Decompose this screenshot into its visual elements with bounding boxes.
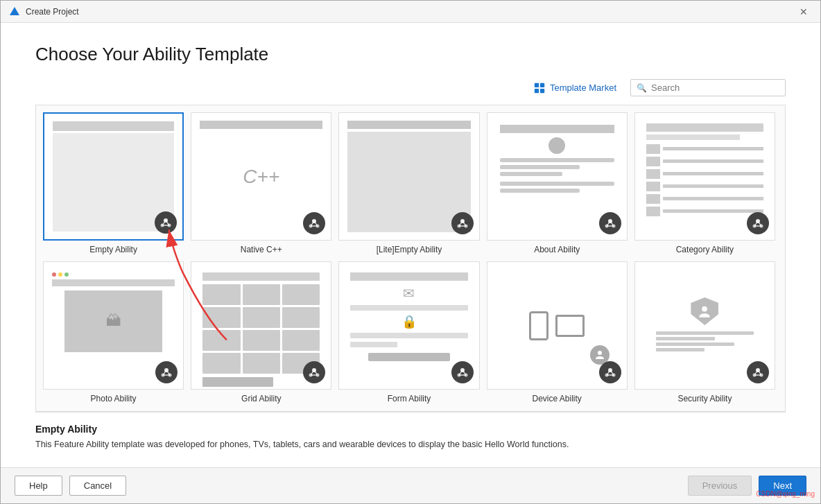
search-input[interactable] bbox=[651, 82, 779, 93]
svg-rect-2 bbox=[540, 82, 544, 87]
close-button[interactable]: ✕ bbox=[795, 5, 812, 19]
template-label-about: About Ability bbox=[534, 245, 580, 254]
template-card-category[interactable]: Category Ability bbox=[634, 112, 775, 254]
templates-area[interactable]: Empty Ability C++ bbox=[35, 105, 786, 412]
description-title: Empty Ability bbox=[35, 424, 786, 435]
cancel-button[interactable]: Cancel bbox=[69, 476, 126, 496]
template-card-native-cpp[interactable]: C++ Nati bbox=[191, 112, 331, 254]
template-card-inner-category[interactable] bbox=[634, 112, 775, 241]
svg-rect-1 bbox=[535, 82, 539, 87]
shield-shape bbox=[691, 297, 718, 325]
harmony-icon-lite bbox=[456, 217, 469, 229]
dot-red bbox=[52, 272, 56, 277]
harmony-icon bbox=[159, 216, 172, 229]
template-card-about[interactable]: About Ability bbox=[487, 112, 628, 254]
about-avatar-circle bbox=[548, 137, 565, 154]
next-button[interactable]: Next bbox=[759, 476, 806, 496]
app-icon bbox=[9, 6, 20, 17]
title-bar: Create Project ✕ bbox=[1, 1, 820, 23]
template-card-inner-about[interactable] bbox=[487, 112, 628, 241]
user-icon bbox=[594, 349, 605, 360]
footer-right: Previous Next bbox=[688, 476, 806, 496]
template-card-inner-device[interactable] bbox=[487, 261, 628, 390]
card-badge-about bbox=[599, 212, 621, 234]
footer-left: Help Cancel bbox=[15, 476, 126, 496]
window-title: Create Project bbox=[26, 7, 79, 17]
template-card-inner-photo[interactable]: 🏔 bbox=[43, 261, 184, 390]
harmony-icon-about bbox=[604, 217, 616, 229]
shield-lines bbox=[656, 329, 754, 354]
title-bar-left: Create Project bbox=[9, 6, 79, 17]
template-market-button[interactable]: Template Market bbox=[533, 82, 616, 94]
svg-point-53 bbox=[598, 351, 602, 355]
template-card-inner-grid[interactable] bbox=[191, 261, 331, 390]
search-box[interactable]: 🔍 bbox=[630, 79, 786, 96]
template-market-label: Template Market bbox=[550, 82, 616, 93]
card-badge-empty bbox=[155, 211, 177, 234]
svg-rect-3 bbox=[535, 88, 539, 92]
harmony-icon-security bbox=[752, 366, 764, 379]
main-window: Create Project ✕ Choose Your Ability Tem… bbox=[0, 0, 821, 504]
svg-marker-0 bbox=[10, 7, 19, 15]
template-card-inner-form[interactable]: ✉ 🔒 bbox=[338, 261, 479, 390]
main-content: Choose Your Ability Template Template Ma… bbox=[1, 23, 820, 467]
about-mockup bbox=[496, 121, 619, 232]
template-label-empty: Empty Ability bbox=[89, 245, 137, 254]
templates-grid: Empty Ability C++ bbox=[43, 112, 778, 403]
template-card-security[interactable]: Security Ability bbox=[634, 261, 775, 403]
empty-ability-mockup bbox=[53, 121, 174, 232]
previous-button: Previous bbox=[688, 476, 752, 496]
shield-user-icon bbox=[697, 304, 712, 319]
template-card-photo[interactable]: 🏔 bbox=[43, 261, 184, 403]
template-label-device: Device Ability bbox=[533, 394, 582, 403]
template-card-lite-empty[interactable]: [Lite]Empty Ability bbox=[338, 112, 479, 254]
harmony-icon-photo bbox=[160, 366, 173, 379]
harmony-icon-device bbox=[604, 366, 616, 379]
template-card-inner-cpp[interactable]: C++ bbox=[191, 112, 331, 241]
template-market-icon bbox=[533, 82, 546, 94]
lite-mockup bbox=[347, 121, 470, 232]
toolbar: Template Market 🔍 bbox=[35, 79, 786, 96]
template-card-grid[interactable]: Grid Ability bbox=[191, 261, 331, 403]
template-card-inner[interactable] bbox=[43, 112, 184, 241]
page-title: Choose Your Ability Template bbox=[35, 44, 786, 65]
harmony-icon-cpp bbox=[308, 217, 320, 229]
dot-green bbox=[64, 272, 69, 277]
template-card-empty-ability[interactable]: Empty Ability bbox=[43, 112, 184, 254]
shield-mockup bbox=[643, 270, 766, 381]
help-button[interactable]: Help bbox=[15, 476, 62, 496]
about-line-1 bbox=[500, 158, 614, 162]
footer: Help Cancel Previous Next bbox=[1, 467, 820, 503]
form-mail-icon: ✉ bbox=[350, 285, 467, 302]
template-label-cpp: Native C++ bbox=[241, 245, 282, 254]
template-label-form: Form Ability bbox=[388, 394, 431, 403]
cpp-symbol: C++ bbox=[243, 166, 279, 188]
device-phone-icon bbox=[529, 311, 548, 340]
cat-mockup bbox=[643, 121, 766, 232]
template-label-grid: Grid Ability bbox=[241, 394, 281, 403]
harmony-icon-grid bbox=[308, 366, 320, 379]
card-badge-category bbox=[747, 212, 769, 234]
description-text: This Feature Ability template was develo… bbox=[35, 438, 786, 451]
ea-top-bar bbox=[53, 121, 174, 131]
template-label-lite: [Lite]Empty Ability bbox=[377, 245, 442, 254]
template-label-photo: Photo Ability bbox=[91, 394, 137, 403]
template-card-form[interactable]: ✉ 🔒 bbox=[338, 261, 479, 403]
card-badge-device bbox=[599, 361, 621, 383]
grid-mockup bbox=[200, 270, 322, 381]
card-badge-form bbox=[451, 361, 474, 383]
card-badge-photo bbox=[155, 361, 178, 383]
dot-yellow bbox=[58, 272, 62, 277]
template-card-device[interactable]: Device Ability bbox=[487, 261, 628, 403]
template-card-inner-security[interactable] bbox=[634, 261, 775, 390]
photo-mockup: 🏔 bbox=[52, 270, 175, 381]
harmony-icon-category bbox=[752, 217, 764, 229]
about-line-2 bbox=[500, 165, 580, 169]
photo-icon: 🏔 bbox=[106, 312, 121, 330]
cpp-mockup: C++ bbox=[200, 121, 322, 232]
template-card-inner-lite[interactable] bbox=[338, 112, 479, 241]
svg-rect-4 bbox=[540, 88, 544, 92]
about-line-4 bbox=[500, 182, 614, 186]
harmony-icon-form bbox=[456, 366, 469, 379]
svg-point-60 bbox=[702, 306, 708, 312]
